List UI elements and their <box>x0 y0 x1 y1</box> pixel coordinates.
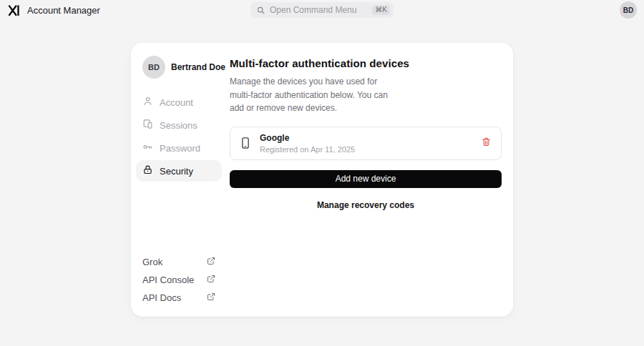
sidebar-item-sessions[interactable]: Sessions <box>136 114 222 136</box>
sidebar-item-label: Password <box>160 143 200 154</box>
link-api-console[interactable]: API Console <box>142 272 215 287</box>
sidebar-item-password[interactable]: Password <box>136 137 222 159</box>
footer-link-label: Grok <box>142 257 162 267</box>
link-grok[interactable]: Grok <box>142 254 215 270</box>
profile: BD Bertrand Doe <box>142 56 215 79</box>
delete-device-button[interactable] <box>480 136 492 150</box>
external-link-icon <box>207 257 215 267</box>
sidebar-item-label: Security <box>160 166 193 177</box>
external-link-icon <box>207 275 215 285</box>
sidebar: BD Bertrand Doe Account <box>142 54 215 305</box>
manage-recovery-codes-link[interactable]: Manage recovery codes <box>230 200 502 210</box>
app-title: Account Manager <box>27 5 100 16</box>
lock-icon <box>142 164 153 177</box>
page-title: Multi-factor authentication devices <box>230 57 502 69</box>
devices-icon <box>142 119 153 132</box>
mfa-device-row: Google Registered on Apr 11, 2025 <box>230 127 502 160</box>
search-icon <box>256 6 265 15</box>
sidebar-footer: Grok API Console <box>142 254 215 305</box>
external-link-icon <box>207 292 215 303</box>
command-menu-trigger[interactable]: Open Command Menu ⌘K <box>250 2 394 18</box>
shortcut-badge: ⌘K <box>372 5 390 15</box>
trash-icon <box>482 137 491 149</box>
footer-link-label: API Docs <box>142 292 181 303</box>
sidebar-item-label: Sessions <box>160 120 197 131</box>
device-registered-date: Registered on Apr 11, 2025 <box>260 145 472 154</box>
xai-logo-icon <box>7 4 21 17</box>
topbar: Account Manager Open Command Menu ⌘K BD <box>0 0 644 20</box>
sidebar-nav: Account Sessions <box>142 92 215 182</box>
add-device-button[interactable]: Add new device <box>230 170 502 188</box>
sidebar-item-security[interactable]: Security <box>136 160 222 182</box>
user-icon <box>142 96 153 109</box>
mfa-section: Multi-factor authentication devices Mana… <box>230 54 502 305</box>
settings-card: BD Bertrand Doe Account <box>131 43 513 317</box>
footer-link-label: API Console <box>142 275 194 285</box>
link-api-docs[interactable]: API Docs <box>142 290 215 305</box>
sidebar-item-label: Account <box>160 97 193 108</box>
user-avatar[interactable]: BD <box>620 1 637 19</box>
sidebar-item-account[interactable]: Account <box>136 92 222 113</box>
user-name: Bertrand Doe <box>171 62 225 72</box>
key-icon <box>142 142 153 154</box>
avatar: BD <box>142 56 165 79</box>
brand: Account Manager <box>7 4 100 17</box>
device-info: Google Registered on Apr 11, 2025 <box>260 133 472 154</box>
device-name: Google <box>260 133 472 143</box>
search-placeholder: Open Command Menu <box>270 5 368 15</box>
page-description: Manage the devices you have used for mul… <box>230 75 389 115</box>
smartphone-icon <box>239 137 252 149</box>
